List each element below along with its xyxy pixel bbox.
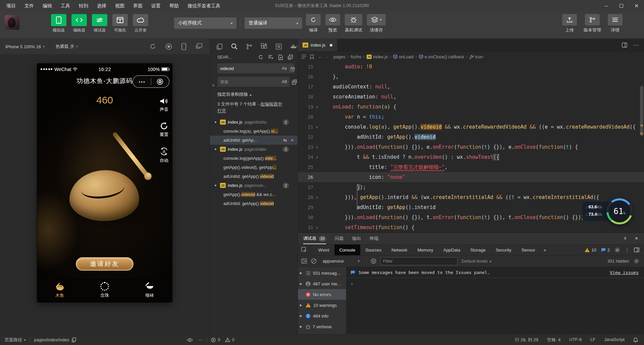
breadcrumb-item-4[interactable]: onLoad [393, 54, 413, 59]
watch-icon[interactable] [187, 338, 193, 342]
preserve-case-icon[interactable]: AB [282, 79, 287, 84]
fold-chevron-icon[interactable]: ∨ [313, 145, 321, 149]
statusbar-item-4[interactable]: LF [590, 337, 595, 343]
code-line-30[interactable]: 30})).onLoad(function() {}), t.onError(f… [298, 212, 644, 222]
rotate-icon[interactable] [150, 43, 156, 50]
stop-icon[interactable] [165, 43, 172, 50]
bookmark-icon[interactable] [310, 54, 314, 59]
search-result-file[interactable]: ▼JSindex.jspages\son...2 [210, 181, 298, 190]
replace-input[interactable] [217, 79, 282, 84]
cloud-dev-mode-button[interactable]: 云开发 [133, 14, 148, 33]
tree-expanded-icon[interactable]: ▼ [214, 184, 218, 187]
search-result-match[interactable]: getApp().videoid && wx.c... [210, 190, 298, 199]
tab-singing-bowl[interactable]: 颂钵 [127, 278, 172, 302]
menu-item-微信开发者工具[interactable]: 微信开发者工具 [183, 0, 225, 11]
devtools-settings-icon[interactable] [614, 247, 620, 253]
code-line-19[interactable]: 19∨onLoad: function(a) { [298, 102, 644, 112]
search-result-match[interactable]: adUnitId: getAp...⇆× [210, 136, 298, 145]
console-filter-user[interactable]: ▶487 user me... [298, 278, 346, 289]
code-line-22[interactable]: 22adUnitId: getApp().videoid [298, 132, 644, 142]
dir-filter-toggle[interactable]: 指定目录和排除 ▲ [210, 89, 298, 99]
tab-index-js[interactable]: JS index.js [298, 39, 337, 51]
fold-chevron-icon[interactable]: ∨ [313, 196, 321, 199]
wooden-fish-graphic[interactable] [69, 170, 139, 221]
device-select[interactable]: iPhone 5 100% 16 ▾ [0, 39, 50, 54]
console-output[interactable]: Some messages have been moved to the Iss… [346, 267, 644, 334]
refresh-search-icon[interactable] [258, 55, 263, 60]
devtools-tab-sensor[interactable]: Sensor [517, 245, 540, 255]
match-case-icon[interactable]: Aa [282, 66, 287, 71]
breadcrumb-item-1[interactable]: pages [333, 54, 345, 59]
clear-results-icon[interactable] [268, 55, 273, 60]
remote-debug-button[interactable]: 真机调试 [345, 14, 362, 33]
compile-mode-select[interactable]: 普通编译 ▾ [245, 17, 302, 29]
menu-item-选择[interactable]: 选择 [93, 0, 111, 11]
outline-icon[interactable] [301, 54, 307, 59]
sound-toggle-button[interactable]: 声音 [160, 97, 168, 113]
code-line-20[interactable]: 20var n = this; [298, 112, 644, 122]
search-input[interactable] [217, 66, 282, 71]
source-control-icon[interactable] [246, 43, 253, 50]
code-line-28[interactable]: 28∨})), getApp().interid && (wx.createIn… [298, 192, 644, 202]
editor-scrollbar[interactable] [640, 86, 643, 136]
console-filter-list[interactable]: ▶501 messag... [298, 268, 346, 278]
tree-collapsed-icon[interactable]: ▶ [300, 325, 303, 328]
menu-item-视图[interactable]: 视图 [111, 0, 129, 11]
tree-collapsed-icon[interactable]: ▶ [300, 314, 303, 318]
tab-debugger[interactable]: 调试器 10 [303, 233, 326, 244]
new-search-editor-icon[interactable] [278, 55, 283, 60]
devtools-tab-sources[interactable]: Sources [360, 245, 386, 255]
clear-console-icon[interactable] [311, 258, 317, 264]
copy-path-icon[interactable] [72, 337, 76, 342]
tree-expanded-icon[interactable]: ▼ [214, 121, 218, 124]
devtools-tab-appdata[interactable]: AppData [438, 245, 466, 255]
code-line-26[interactable]: 26icon: "none" [298, 172, 644, 182]
code-line-18[interactable]: 18scoreAnimation: null, [298, 92, 644, 102]
issues-indicator[interactable]: 2 [601, 248, 610, 253]
console-sidebar-toggle-icon[interactable] [301, 259, 307, 264]
editor-mode-button[interactable]: 编辑器 [71, 14, 87, 33]
debugger-mode-button[interactable]: 调试器 [92, 14, 107, 33]
code-line-29[interactable]: 29adUnitId: getApp().interid [298, 202, 644, 212]
tree-collapsed-icon[interactable]: ▶ [300, 303, 303, 307]
editor-more-icon[interactable]: ⋯ [633, 42, 639, 48]
console-filter-input[interactable] [380, 257, 458, 265]
menu-item-项目[interactable]: 项目 [2, 0, 20, 11]
version-control-button[interactable]: 版本管理 [584, 14, 601, 33]
statusbar-item-5[interactable]: JavaScript [604, 337, 625, 343]
panel-close-icon[interactable]: × [635, 235, 638, 242]
console-filter-info[interactable]: ▶484 info [298, 310, 346, 321]
code-line-15[interactable]: 15audio: !0 [298, 62, 644, 72]
maximize-button[interactable] [614, 0, 629, 11]
error-counter[interactable]: 0 [211, 337, 220, 342]
breadcrumb-item-2[interactable]: fozhu [351, 54, 361, 59]
context-select[interactable]: appservice ▼ [321, 259, 362, 264]
panel-expand-icon[interactable]: ∧ [624, 235, 627, 242]
simulator-mode-button[interactable]: 模拟器 [51, 14, 66, 33]
search-result-file[interactable]: ▼JSindex.jspages\index3 [210, 145, 298, 154]
auto-tap-button[interactable]: A 自动 [159, 147, 169, 163]
compile-button[interactable]: 编译 [306, 14, 321, 33]
code-line-17[interactable]: 17audioContext: null, [298, 82, 644, 92]
replace-all-icon[interactable] [292, 79, 298, 85]
code-line-23[interactable]: 23∨})).onLoad(function() {}), e.onError(… [298, 142, 644, 152]
preview-button[interactable]: 预览 [325, 14, 340, 33]
tree-collapsed-icon[interactable]: ▶ [300, 282, 303, 285]
visualization-mode-button[interactable]: 可视化 [112, 14, 128, 33]
console-prompt[interactable]: › [346, 278, 644, 286]
code-line-21[interactable]: 21∨console.log(a), getApp().videoid && w… [298, 122, 644, 132]
clear-cache-button[interactable]: ▾ 清缓存 [367, 14, 386, 33]
breadcrumb-item-3[interactable]: JSindex.js [367, 54, 388, 59]
search-result-match[interactable]: console.log(getApp().vide... [210, 154, 298, 163]
code-editor[interactable]: 15audio: !016},17audioContext: null,18sc… [298, 62, 644, 232]
exit-target-button[interactable] [151, 78, 169, 85]
whole-word-icon[interactable]: Ab [290, 66, 295, 71]
search-result-match[interactable]: getApp().videoid), getApp... [210, 163, 298, 172]
tree-collapsed-icon[interactable]: ▶ [300, 271, 303, 275]
dock-side-icon[interactable] [634, 248, 639, 252]
menu-item-帮助[interactable]: 帮助 [165, 0, 183, 11]
devtools-tab-storage[interactable]: Storage [465, 245, 491, 255]
status-more-icon[interactable]: ⋯ [198, 337, 203, 342]
code-line-25[interactable]: 25title: "完整看完才能解锁哦~", [298, 162, 644, 172]
close-button[interactable]: × [629, 0, 644, 11]
